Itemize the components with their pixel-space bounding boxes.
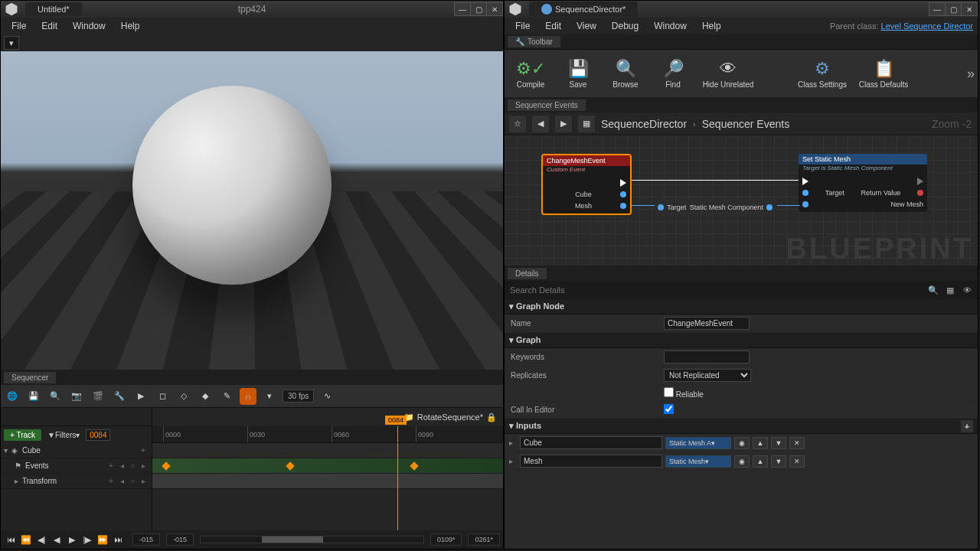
- key-icon[interactable]: ◇: [175, 388, 192, 405]
- pin-return[interactable]: [917, 190, 923, 196]
- search-icon[interactable]: 🔍: [47, 388, 64, 405]
- expand-icon[interactable]: ▸: [15, 477, 22, 485]
- add-key-icon[interactable]: ○: [127, 477, 138, 485]
- toolbar-overflow-icon[interactable]: »: [967, 66, 975, 82]
- exec-in-pin[interactable]: [802, 178, 808, 185]
- exec-out-pin[interactable]: [620, 179, 626, 187]
- curve-icon[interactable]: ∿: [318, 388, 335, 405]
- section-graph[interactable]: ▾ Graph: [505, 333, 978, 348]
- blueprint-tab-title[interactable]: SequenceDirector*: [529, 2, 638, 17]
- menu-edit[interactable]: Edit: [34, 18, 65, 34]
- class-settings-button[interactable]: ⚙Class Settings: [792, 53, 852, 94]
- prev-key-icon[interactable]: ◂: [116, 477, 127, 485]
- keyframe[interactable]: [162, 461, 170, 470]
- exec-out-pin[interactable]: [917, 178, 923, 185]
- hide-unrelated-button[interactable]: 👁Hide Unrelated: [697, 53, 759, 94]
- lock-icon[interactable]: 🔒: [486, 412, 497, 422]
- playhead-frame-input[interactable]: 0084: [86, 429, 110, 441]
- filters-button[interactable]: ▼Filters▾: [44, 429, 83, 441]
- range-start[interactable]: -015: [132, 533, 160, 546]
- keywords-input[interactable]: [664, 350, 750, 364]
- reliable-checkbox[interactable]: [664, 387, 674, 397]
- save-icon[interactable]: 💾: [25, 388, 42, 405]
- track-cube[interactable]: ▾ ◈ Cube +: [1, 443, 152, 458]
- track-transform[interactable]: ▸ Transform + ◂ ○ ▸: [1, 474, 152, 489]
- menu-file[interactable]: File: [4, 18, 34, 34]
- pin-in[interactable]: [658, 204, 664, 210]
- compile-button[interactable]: ⚙✓Compile: [508, 53, 554, 94]
- input-type-dropdown[interactable]: Static Mesh ▾: [665, 455, 731, 468]
- play-forward-icon[interactable]: ▶: [65, 533, 79, 546]
- favorite-icon[interactable]: ☆: [509, 116, 526, 132]
- add-key-icon[interactable]: ○: [127, 461, 138, 470]
- menu-help[interactable]: Help: [694, 18, 729, 34]
- timeline-tracks[interactable]: [152, 443, 503, 530]
- pin-out[interactable]: [766, 204, 773, 210]
- editor-tab-title[interactable]: Untitled*: [25, 2, 82, 16]
- step-fwd-icon[interactable]: ⏩: [96, 533, 109, 546]
- nav-fwd-icon[interactable]: ▶: [555, 116, 572, 132]
- expand-icon[interactable]: ▾: [4, 446, 11, 455]
- eye-icon[interactable]: 👁: [959, 283, 975, 297]
- replicates-select[interactable]: Not Replicated: [664, 369, 751, 382]
- move-down-icon[interactable]: ▼: [771, 455, 786, 468]
- node-change-mesh-event[interactable]: ChangeMeshEvent Custom Event Cube Mesh: [541, 154, 632, 215]
- timeline-row-transform[interactable]: [152, 474, 503, 489]
- goto-start-icon[interactable]: ⏮: [4, 533, 18, 546]
- menu-window[interactable]: Window: [65, 18, 113, 34]
- autokey-icon[interactable]: ◆: [197, 388, 214, 405]
- next-frame-icon[interactable]: |▶: [80, 533, 94, 546]
- goto-end-icon[interactable]: ⏭: [111, 533, 125, 546]
- expand-icon[interactable]: ▸: [509, 439, 517, 447]
- move-up-icon[interactable]: ▲: [753, 455, 768, 468]
- add-icon[interactable]: +: [106, 461, 116, 470]
- toolbar-tab[interactable]: 🔧 Toolbar: [508, 36, 560, 47]
- close-button[interactable]: ✕: [486, 2, 503, 16]
- next-key-icon[interactable]: ▸: [138, 461, 149, 470]
- add-icon[interactable]: +: [106, 477, 116, 485]
- fps-dropdown[interactable]: 30 fps: [283, 390, 314, 403]
- callineditor-checkbox[interactable]: [664, 404, 674, 414]
- maximize-button[interactable]: ▢: [470, 2, 487, 16]
- breadcrumb-leaf[interactable]: Sequencer Events: [702, 118, 789, 130]
- graph-tab[interactable]: Sequencer Events: [508, 99, 586, 111]
- move-up-icon[interactable]: ▲: [753, 437, 768, 449]
- range-end[interactable]: 0109*: [430, 533, 462, 546]
- scrub-bar[interactable]: [200, 536, 424, 543]
- find-button[interactable]: 🔎Find: [650, 53, 696, 94]
- level-viewport[interactable]: [1, 51, 503, 370]
- keyframe[interactable]: [410, 461, 418, 470]
- minimize-button[interactable]: —: [454, 2, 471, 16]
- pin-new-mesh[interactable]: [802, 201, 808, 207]
- pin-type-icon[interactable]: ◉: [734, 455, 750, 468]
- node-static-mesh-component[interactable]: Target Static Mesh Component: [653, 200, 777, 215]
- snap-icon[interactable]: ∩: [240, 388, 256, 405]
- add-input-button[interactable]: +: [961, 420, 973, 432]
- name-input[interactable]: [664, 317, 750, 330]
- minimize-button[interactable]: —: [929, 2, 946, 16]
- remove-icon[interactable]: ✕: [789, 437, 805, 449]
- details-search-input[interactable]: [508, 283, 924, 297]
- close-button[interactable]: ✕: [961, 2, 978, 16]
- timeline-ruler[interactable]: 0000 0030 0060 0090 0084: [152, 426, 503, 443]
- class-defaults-button[interactable]: 📋Class Defaults: [854, 53, 913, 94]
- viewport-options-dropdown[interactable]: ▾: [4, 36, 19, 50]
- remove-icon[interactable]: ✕: [789, 455, 805, 468]
- menu-edit[interactable]: Edit: [537, 18, 569, 34]
- keyframe[interactable]: [286, 461, 294, 470]
- track-events[interactable]: ⚑ Events + ◂ ○ ▸: [1, 458, 152, 474]
- menu-view[interactable]: View: [569, 18, 604, 34]
- pin-type-icon[interactable]: ◉: [734, 437, 750, 449]
- blueprint-canvas[interactable]: BLUEPRINT ChangeMeshEvent Custom Event C…: [505, 135, 978, 266]
- sequencer-tab[interactable]: Sequencer: [4, 372, 56, 383]
- nav-back-icon[interactable]: ◀: [532, 116, 549, 132]
- snap-options-icon[interactable]: ▾: [261, 388, 278, 405]
- menu-debug[interactable]: Debug: [604, 18, 646, 34]
- clapper-icon[interactable]: 🎬: [90, 388, 106, 405]
- playhead[interactable]: 0084: [397, 426, 398, 442]
- menu-window[interactable]: Window: [646, 18, 694, 34]
- expand-icon[interactable]: ▸: [509, 457, 517, 465]
- pin-cube[interactable]: [620, 191, 626, 197]
- pin-target[interactable]: [802, 190, 808, 196]
- prev-key-icon[interactable]: ◂: [116, 461, 127, 470]
